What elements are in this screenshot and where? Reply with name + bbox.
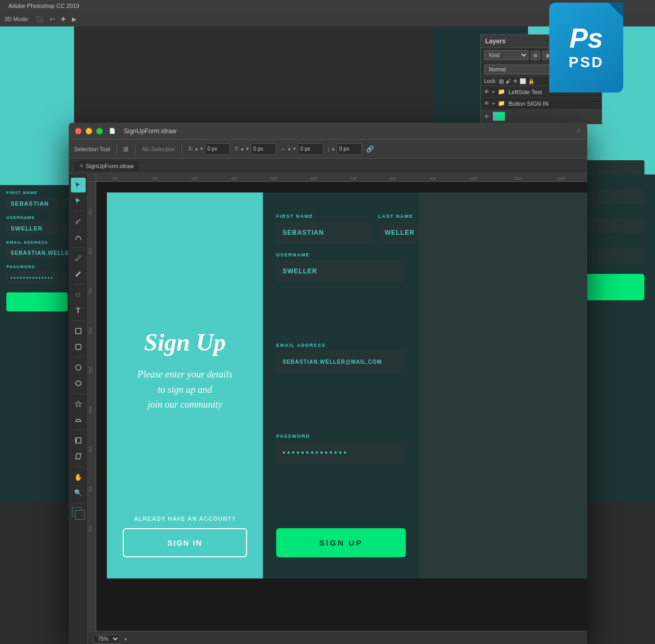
layers-folder-icon: 📁 (498, 88, 505, 95)
toolbar-w-input[interactable] (298, 143, 323, 155)
zoom-dropdown-arrow[interactable]: ▾ (124, 637, 127, 642)
svg-marker-5 (75, 401, 81, 407)
firstname-input[interactable] (276, 222, 371, 244)
idraw-toolbar: Selection Tool ⊞ No Selection X: ▲ ▼ Y: … (69, 140, 587, 159)
layers-blend-mode-select[interactable]: Normal (484, 65, 557, 75)
toolbar-x-up[interactable]: ▲ (194, 146, 198, 151)
tool-text[interactable]: T (71, 303, 86, 318)
toolbar-grid-section[interactable]: ⊞ (123, 145, 129, 153)
tool-star[interactable] (71, 397, 86, 411)
tool-separator-8 (73, 466, 84, 467)
tool-parallelogram[interactable] (71, 449, 86, 464)
file-tab-name: SignUpForm.idraw (86, 163, 134, 169)
layers-folder-icon-2: 📁 (498, 100, 505, 107)
toolbar-y-label: Y: (234, 146, 239, 152)
ruler-mark-1100: 1100 (514, 177, 523, 180)
signup-left-panel: Sign Up Please enter your detailsto sign… (107, 192, 263, 578)
bg-username-label: USERNAME (6, 215, 68, 220)
idraw-bottombar: 75% ▾ (88, 631, 587, 644)
svg-point-0 (76, 274, 78, 277)
grid-icon[interactable]: ⊞ (123, 145, 129, 153)
toolbar-y-input[interactable] (251, 143, 276, 155)
layers-lock-paint[interactable]: 🖌 (506, 78, 511, 84)
layers-icon-pixel[interactable]: ⊞ (531, 51, 540, 60)
email-input[interactable] (276, 351, 406, 373)
signup-heading: Sign Up (144, 327, 226, 356)
layers-lock-artboard[interactable]: ⬜ (520, 78, 526, 84)
tool-rect[interactable] (71, 324, 86, 338)
toolbar-y-down[interactable]: ▼ (245, 146, 250, 151)
toolbar-h-up[interactable]: ▲ (331, 146, 335, 151)
tool-select-blue[interactable] (71, 194, 86, 208)
layers-kind-select[interactable]: Kind (484, 50, 529, 60)
tool-separator-5 (73, 357, 84, 357)
tool-ellipse[interactable] (71, 360, 86, 375)
idraw-tools-panel: ⬡ T (69, 173, 88, 644)
brush-icon[interactable]: ✚ (61, 16, 66, 23)
layers-thumb-gradient (493, 112, 505, 121)
toolbar-x-down[interactable]: ▼ (199, 146, 204, 151)
file-tab-signupform[interactable]: ✕ SignUpForm.idraw (74, 161, 139, 171)
toolbar-tool-label: Selection Tool (74, 146, 110, 152)
layers-lock-label: Lock: (484, 78, 497, 84)
signup-button[interactable]: SIGN UP (276, 528, 406, 557)
layers-visibility-icon-2[interactable]: 👁 (484, 100, 489, 106)
toolbar-x-input[interactable] (205, 143, 230, 155)
tool-zoom[interactable]: 🔍 (71, 485, 86, 500)
history-icon[interactable]: ↩ (50, 16, 54, 23)
toolbar-w-up[interactable]: ▲ (287, 146, 292, 151)
psd-icon-shape: Ps PSD (549, 3, 623, 93)
signin-button[interactable]: SIGN IN (123, 528, 247, 557)
tool-select-arrow[interactable] (71, 178, 86, 192)
ruler-v-mark-900: 900 (88, 526, 92, 532)
toolbar-h-input[interactable] (336, 143, 362, 155)
tool-shape-3d[interactable]: ⬡ (71, 287, 86, 302)
tool-pencil[interactable] (71, 251, 86, 265)
traffic-light-close[interactable] (75, 128, 81, 134)
tool-image-frame[interactable] (71, 433, 86, 448)
bg-signup-btn[interactable] (6, 292, 68, 311)
toolbar-lock-aspect-icon[interactable]: 🔗 (366, 145, 374, 153)
toolbar-y-up[interactable]: ▲ (240, 146, 244, 151)
layers-lock-all[interactable]: 🔒 (528, 78, 534, 84)
layers-visibility-icon[interactable]: 👁 (484, 89, 489, 95)
layers-item-gradient[interactable]: 👁 (481, 109, 602, 124)
traffic-light-zoom[interactable] (96, 128, 103, 134)
toolbar-x-label: X: (188, 146, 193, 152)
toolbar-x-group: X: ▲ ▼ (188, 143, 230, 155)
psd-icon-corner (608, 3, 623, 17)
zoom-select[interactable]: 75% (93, 634, 120, 643)
traffic-light-minimize[interactable] (86, 128, 92, 134)
3d-icon[interactable]: ⬛ (36, 16, 43, 23)
psd-icon: Ps PSD (549, 3, 634, 100)
signup-already-label: ALREADY HAVE AN ACCOUNT? (123, 516, 247, 522)
ruler-mark-100: 100 (112, 177, 119, 180)
layers-visibility-icon-3[interactable]: 👁 (484, 114, 489, 119)
tool-brush[interactable] (71, 266, 86, 281)
layers-lock-transparency[interactable]: ▨ (499, 78, 504, 84)
toolbar-h-icon: ↕ (328, 146, 331, 152)
layers-expand-icon-2[interactable]: ▸ (493, 101, 495, 106)
tool-color-picker[interactable] (71, 506, 86, 521)
firstname-label: FIRST NAME (276, 214, 371, 219)
toolbar-w-down[interactable]: ▼ (293, 146, 297, 151)
video-icon[interactable]: ▶ (72, 16, 76, 23)
psd-format-text: PSD (569, 54, 604, 71)
tool-pen[interactable] (71, 214, 86, 229)
layers-lock-move[interactable]: ✛ (513, 78, 517, 84)
tool-eraser[interactable] (71, 412, 86, 427)
svg-marker-4 (76, 381, 81, 386)
username-input[interactable] (276, 260, 406, 282)
layers-expand-icon[interactable]: ▸ (493, 89, 495, 94)
password-input[interactable] (276, 441, 406, 464)
signup-left-content: Sign Up Please enter your detailsto sign… (138, 224, 232, 516)
tool-rounded-rect[interactable] (71, 339, 86, 354)
form-group-email: EMAIL ADDRESS (276, 343, 406, 425)
tool-polygon[interactable] (71, 376, 86, 391)
svg-rect-1 (76, 328, 81, 334)
idraw-expand-icon[interactable]: ⤢ (576, 127, 581, 134)
tool-separator-9 (73, 503, 84, 503)
tool-hand[interactable]: ✋ (71, 470, 86, 484)
tool-bezier[interactable] (71, 230, 86, 245)
file-tab-close-btn[interactable]: ✕ (79, 163, 84, 169)
